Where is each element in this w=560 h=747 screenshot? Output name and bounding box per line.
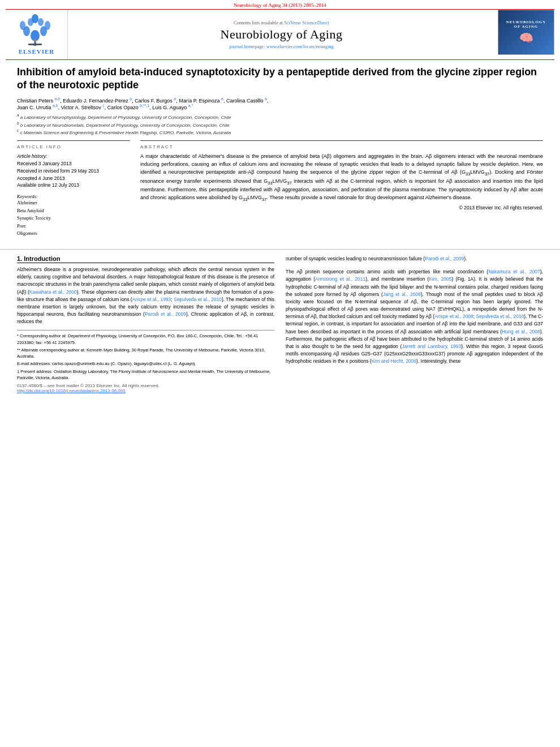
- doi-line: http://dx.doi.org/10.1016/j.neurobiolagi…: [17, 388, 543, 393]
- bottom-bar: 0197-4580/$ – see front matter © 2013 El…: [0, 381, 560, 396]
- abstract-text: A major characteristic of Alzheimer's di…: [140, 153, 543, 203]
- homepage-line: journal homepage: www.elsevier.com/locat…: [229, 44, 334, 49]
- article-history: Article history: Received 3 January 2013…: [17, 153, 130, 189]
- elsevier-wordmark: ELSEVIER: [19, 48, 55, 55]
- authors-line: Christian Peters a,b, Eduardo J. Fernand…: [17, 97, 543, 110]
- citation-text: Neurobiology of Aging 34 (2013) 2805–281…: [234, 2, 326, 8]
- right-col-para-2: The Aβ protein sequence contains amino a…: [286, 268, 543, 365]
- journal-title: Neurobiology of Aging: [221, 27, 343, 42]
- journal-cover-image: NEUROBIOLOGY OF AGING 🧠: [498, 10, 554, 55]
- copyright-notice: © 2013 Elsevier Inc. All rights reserved…: [140, 205, 543, 211]
- keywords-list: Alzheimer Beta Amyloid Synaptic Toxicity…: [17, 199, 130, 238]
- section-divider: [0, 249, 560, 250]
- svg-rect-9: [34, 39, 36, 42]
- body-left-column: 1. Introduction Alzheimer's disease is a…: [17, 255, 274, 381]
- article-info-label: ARTICLE INFO: [17, 144, 130, 149]
- article-info-column: ARTICLE INFO Article history: Received 3…: [17, 140, 130, 238]
- journal-header: ELSEVIER Contents lists available at Sci…: [6, 9, 554, 60]
- svg-rect-10: [28, 44, 42, 45]
- body-right-column: number of synaptic vesicles leading to n…: [286, 255, 543, 381]
- abstract-column: ABSTRACT A major characteristic of Alzhe…: [140, 140, 543, 238]
- svg-point-8: [32, 14, 38, 23]
- affiliations: a a Laboratory of Neurophysiology, Depar…: [17, 113, 543, 136]
- intro-paragraph-1: Alzheimer's disease is a progressive, ne…: [17, 266, 274, 325]
- footnote-present: 1 Present address: Oxidation Biology Lab…: [17, 368, 274, 381]
- keywords-block: Keywords: Alzheimer Beta Amyloid Synapti…: [17, 194, 130, 238]
- top-citation-bar: Neurobiology of Aging 34 (2013) 2805–281…: [0, 0, 560, 9]
- body-columns: 1. Introduction Alzheimer's disease is a…: [17, 255, 543, 381]
- elsevier-logo: ELSEVIER: [6, 10, 68, 59]
- elsevier-tree-svg: [12, 14, 61, 47]
- intro-heading: 1. Introduction: [17, 255, 274, 263]
- sciverse-link[interactable]: SciVerse ScienceDirect: [284, 20, 329, 25]
- svg-point-4: [20, 21, 25, 30]
- right-col-para-1: number of synaptic vesicles leading to n…: [286, 255, 543, 263]
- journal-center: Contents lists available at SciVerse Sci…: [68, 10, 495, 59]
- article-area: Inhibition of amyloid beta-induced synap…: [0, 60, 560, 243]
- svg-point-7: [38, 18, 44, 26]
- contents-line: Contents lists available at SciVerse Sci…: [234, 20, 329, 25]
- footnote-corresponding-2: ** Alternate corresponding author at: Ke…: [17, 347, 274, 360]
- svg-point-5: [45, 21, 50, 30]
- footnotes: * Corresponding author at: Department of…: [17, 330, 274, 381]
- info-abstract-columns: ARTICLE INFO Article history: Received 3…: [17, 140, 543, 238]
- issn-line: 0197-4580/$ – see front matter © 2013 El…: [17, 383, 543, 388]
- footnote-corresponding-1: * Corresponding author at: Department of…: [17, 333, 274, 346]
- body-section: 1. Introduction Alzheimer's disease is a…: [0, 255, 560, 381]
- footnote-email: E-mail addresses: carlos.opazo@unimelb.e…: [17, 360, 274, 367]
- abstract-label: ABSTRACT: [140, 144, 543, 149]
- article-title: Inhibition of amyloid beta-induced synap…: [17, 66, 543, 92]
